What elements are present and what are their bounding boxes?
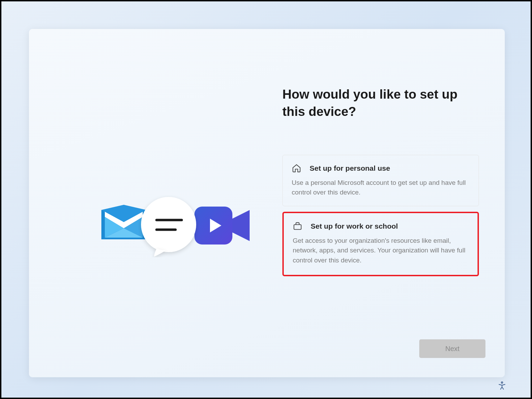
svg-point-6 — [141, 197, 196, 252]
option-title: Set up for work or school — [311, 222, 398, 230]
setup-card: How would you like to set up this device… — [29, 29, 505, 377]
accessibility-icon[interactable] — [498, 381, 506, 390]
option-description: Use a personal Microsoft account to get … — [292, 178, 470, 198]
video-icon — [194, 205, 250, 246]
home-icon — [292, 163, 301, 173]
svg-point-11 — [501, 382, 503, 383]
option-title: Set up for personal use — [310, 164, 390, 172]
option-personal-use[interactable]: Set up for personal use Use a personal M… — [282, 155, 479, 206]
page-title: How would you like to set up this device… — [282, 86, 479, 120]
option-header: Set up for work or school — [293, 221, 469, 231]
right-panel: How would you like to set up this device… — [282, 86, 479, 282]
illustration — [101, 201, 250, 270]
option-work-school[interactable]: Set up for work or school Get access to … — [282, 212, 479, 277]
chat-icon — [138, 195, 200, 257]
option-header: Set up for personal use — [292, 163, 470, 173]
briefcase-icon — [293, 221, 302, 231]
next-button[interactable]: Next — [419, 339, 485, 358]
option-description: Get access to your organization's resour… — [293, 236, 469, 266]
svg-rect-10 — [294, 225, 301, 229]
